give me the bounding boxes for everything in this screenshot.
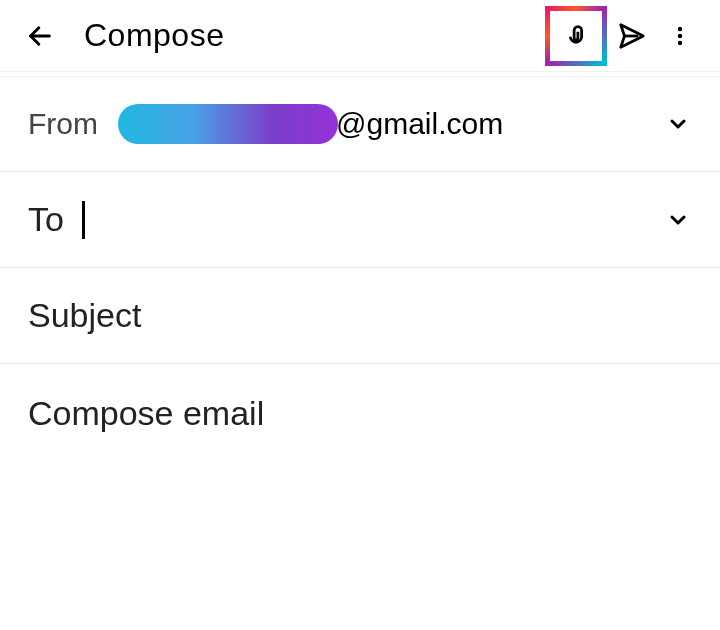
svg-point-4 xyxy=(678,40,682,44)
send-button[interactable] xyxy=(604,8,660,64)
to-input[interactable] xyxy=(82,201,664,239)
compose-header: Compose xyxy=(0,0,720,72)
to-expand[interactable] xyxy=(664,206,692,234)
from-email-redacted xyxy=(118,104,338,144)
more-vertical-icon xyxy=(668,24,692,48)
send-icon xyxy=(617,21,647,51)
more-menu-button[interactable] xyxy=(660,8,700,64)
to-label: To xyxy=(28,200,64,239)
compose-body-row[interactable]: Compose email xyxy=(0,364,720,460)
chevron-down-icon xyxy=(666,112,690,136)
to-row[interactable]: To xyxy=(0,172,720,268)
subject-input[interactable]: Subject xyxy=(28,296,141,335)
attachment-icon xyxy=(561,21,591,51)
from-label: From xyxy=(28,107,98,141)
attach-button[interactable] xyxy=(548,8,604,64)
from-row[interactable]: From @gmail.com xyxy=(0,76,720,172)
svg-point-3 xyxy=(678,33,682,37)
from-value: @gmail.com xyxy=(118,104,664,144)
page-title: Compose xyxy=(84,17,224,54)
from-dropdown[interactable] xyxy=(664,110,692,138)
compose-body-input[interactable]: Compose email xyxy=(28,394,264,433)
back-button[interactable] xyxy=(20,16,60,56)
subject-row[interactable]: Subject xyxy=(0,268,720,364)
svg-point-2 xyxy=(678,26,682,30)
back-arrow-icon xyxy=(26,22,54,50)
text-cursor xyxy=(82,201,85,239)
chevron-down-icon xyxy=(666,208,690,232)
from-email-domain: @gmail.com xyxy=(336,107,503,141)
